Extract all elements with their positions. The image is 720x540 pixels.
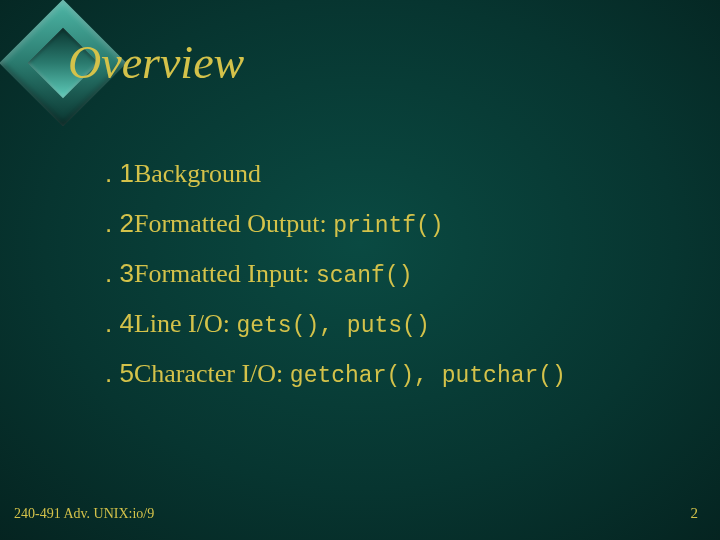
slide-title: Overview (68, 36, 244, 89)
item-text: Formatted Input: (134, 259, 316, 288)
item-number: . 3 (105, 258, 134, 288)
item-code: getchar(), putchar() (290, 363, 566, 389)
list-item: . 5Character I/O: getchar(), putchar() (105, 360, 680, 388)
item-code: gets(), puts() (236, 313, 429, 339)
list-item: . 1Background (105, 160, 680, 188)
list-item: . 2Formatted Output: printf() (105, 210, 680, 238)
slide-number: 2 (691, 505, 699, 522)
item-text: Line I/O: (134, 309, 237, 338)
item-text: Character I/O: (134, 359, 290, 388)
item-number: . 1 (105, 158, 134, 188)
footer-course-info: 240-491 Adv. UNIX:io/9 (14, 506, 154, 522)
item-number: . 5 (105, 358, 134, 388)
overview-list: . 1Background . 2Formatted Output: print… (105, 160, 680, 410)
list-item: . 3Formatted Input: scanf() (105, 260, 680, 288)
item-text: Formatted Output: (134, 209, 333, 238)
item-text: Background (134, 159, 261, 188)
item-code: scanf() (316, 263, 413, 289)
item-number: . 2 (105, 208, 134, 238)
item-code: printf() (333, 213, 443, 239)
item-number: . 4 (105, 308, 134, 338)
list-item: . 4Line I/O: gets(), puts() (105, 310, 680, 338)
